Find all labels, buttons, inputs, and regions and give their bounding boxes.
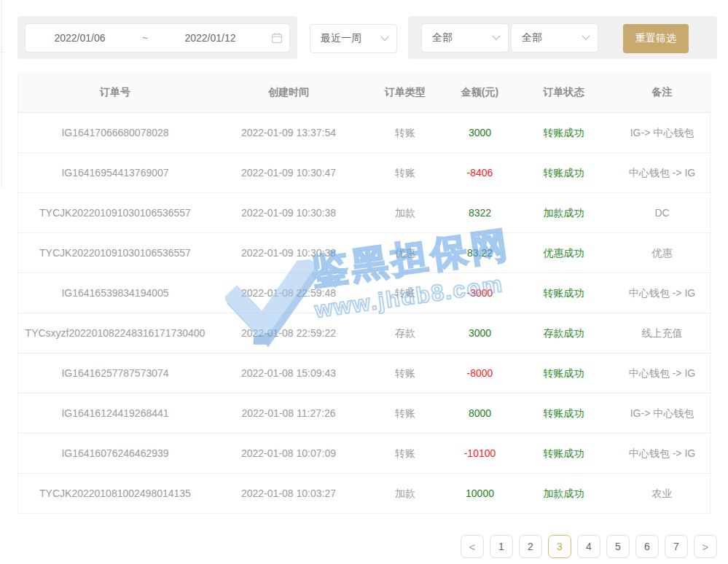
order-type-cell: 转账 <box>365 153 445 193</box>
col-header-created: 创建时间 <box>212 73 365 113</box>
pagination-page-5[interactable]: 5 <box>606 535 630 558</box>
order-table-body: IG164170666800780282022-01-09 13:37:54转账… <box>18 113 711 514</box>
created-time-cell: 2022-01-09 10:30:38 <box>212 233 365 273</box>
created-time-cell: 2022-01-09 13:37:54 <box>212 113 365 153</box>
order-table: 订单号 创建时间 订单类型 金额(元) 订单状态 备注 IG1641706668… <box>18 73 711 514</box>
amount-cell: 83.22 <box>445 233 514 273</box>
pagination-page-3[interactable]: 3 <box>548 535 571 558</box>
order-type-cell: 加款 <box>365 193 445 233</box>
pagination-page-1[interactable]: 1 <box>490 535 513 558</box>
amount-cell: 8000 <box>445 393 514 434</box>
remark-cell: IG-> 中心钱包 <box>613 113 711 153</box>
status-cell: 转账成功 <box>514 153 613 193</box>
order-no-cell: TYCJK202201091030106536557 <box>18 233 212 273</box>
reset-filter-button[interactable]: 重置筛选 <box>623 24 689 53</box>
created-time-cell: 2022-01-09 10:30:38 <box>212 193 365 233</box>
status-cell: 存款成功 <box>514 313 613 353</box>
preset-select-value: 最近一周 <box>321 32 380 45</box>
pagination-page-2[interactable]: 2 <box>519 535 542 558</box>
table-row: TYCJK2022010910301065365572022-01-09 10:… <box>18 233 711 273</box>
remark-cell: IG-> 中心钱包 <box>613 393 711 434</box>
remark-cell: 中心钱包 -> IG <box>613 153 711 193</box>
pagination-page-7[interactable]: 7 <box>665 535 688 558</box>
date-range-picker[interactable]: 2022/01/06 ~ 2022/01/12 <box>25 23 290 52</box>
order-type-cell: 转账 <box>365 434 445 474</box>
remark-cell: DC <box>613 193 711 233</box>
created-time-cell: 2022-01-08 22:59:22 <box>212 313 365 353</box>
page-edge-line <box>1 0 2 188</box>
amount-cell: 8322 <box>445 193 514 233</box>
order-table-card: 订单号 创建时间 订单类型 金额(元) 订单状态 备注 IG1641706668… <box>17 73 711 514</box>
created-time-cell: 2022-01-09 10:30:47 <box>212 153 365 193</box>
table-row: IG164170666800780282022-01-09 13:37:54转账… <box>18 113 711 153</box>
created-time-cell: 2022-01-08 10:03:27 <box>212 474 365 514</box>
table-header-row: 订单号 创建时间 订单类型 金额(元) 订单状态 备注 <box>18 73 711 113</box>
table-row: IG164169544137690072022-01-09 10:30:47转账… <box>18 153 711 193</box>
pagination: <1234567> <box>455 535 717 558</box>
order-type-cell: 转账 <box>365 273 445 313</box>
col-header-remark: 备注 <box>613 73 711 113</box>
created-time-cell: 2022-01-08 10:07:09 <box>212 434 365 474</box>
order-type-cell: 优惠 <box>365 233 445 273</box>
order-no-cell: IG16416124419268441 <box>18 393 212 434</box>
table-row: TYCJK2022010910301065365572022-01-09 10:… <box>18 193 711 233</box>
status-cell: 优惠成功 <box>514 233 613 273</box>
date-start-value[interactable]: 2022/01/06 <box>26 32 134 44</box>
amount-cell: -3000 <box>445 273 514 313</box>
order-type-select[interactable]: 全部 <box>421 23 509 52</box>
remark-cell: 线上充值 <box>613 313 711 353</box>
order-no-cell: IG16417066680078028 <box>18 113 212 153</box>
order-no-cell: TYCJK202201081002498014135 <box>18 474 212 514</box>
order-type-cell: 转账 <box>365 113 445 153</box>
date-range-preset-select[interactable]: 最近一周 <box>310 24 397 53</box>
page-edge-tick <box>0 52 4 52</box>
amount-cell: 10000 <box>445 474 514 514</box>
status-cell: 转账成功 <box>514 434 613 474</box>
status-cell: 转账成功 <box>514 273 613 313</box>
date-end-value[interactable]: 2022/01/12 <box>156 32 265 44</box>
created-time-cell: 2022-01-08 15:09:43 <box>212 353 365 393</box>
amount-cell: -10100 <box>445 434 514 474</box>
remark-cell: 中心钱包 -> IG <box>613 353 711 393</box>
remark-cell: 优惠 <box>613 233 711 273</box>
calendar-icon[interactable] <box>265 32 289 44</box>
table-row: IG164161244192684412022-01-08 11:27:26转账… <box>18 393 711 434</box>
date-range-separator: ~ <box>134 32 156 44</box>
status-cell: 转账成功 <box>514 113 613 153</box>
order-no-cell: TYCJK202201091030106536557 <box>18 193 212 233</box>
order-type-cell: 转账 <box>365 393 445 434</box>
type-select-value: 全部 <box>432 31 492 44</box>
order-type-cell: 加款 <box>365 474 445 514</box>
table-row: IG164160762464629392022-01-08 10:07:09转账… <box>18 434 711 474</box>
order-status-select[interactable]: 全部 <box>511 23 598 52</box>
chevron-down-icon <box>582 35 590 41</box>
order-no-cell: TYCsxyzf202201082248316171730400 <box>18 313 212 353</box>
amount-cell: 3000 <box>445 313 514 353</box>
chevron-down-icon <box>492 35 501 41</box>
status-cell: 转账成功 <box>514 393 613 434</box>
pagination-page-4[interactable]: 4 <box>577 535 600 558</box>
pagination-prev-button[interactable]: < <box>461 535 484 558</box>
order-type-cell: 转账 <box>365 353 445 393</box>
remark-cell: 农业 <box>613 474 711 514</box>
amount-cell: 3000 <box>445 113 514 153</box>
chevron-down-icon <box>380 36 389 42</box>
col-header-order-no: 订单号 <box>18 73 212 113</box>
created-time-cell: 2022-01-08 11:27:26 <box>212 393 365 434</box>
pagination-page-6[interactable]: 6 <box>635 535 659 558</box>
table-row: IG164162577875730742022-01-08 15:09:43转账… <box>18 353 711 393</box>
remark-cell: 中心钱包 -> IG <box>613 273 711 313</box>
pagination-next-button[interactable]: > <box>694 535 717 558</box>
order-no-cell: IG16416257787573074 <box>18 353 212 393</box>
col-header-status: 订单状态 <box>514 73 613 113</box>
status-cell: 转账成功 <box>514 353 613 393</box>
table-row: TYCJK2022010810024980141352022-01-08 10:… <box>18 474 711 514</box>
order-no-cell: IG16416539834194005 <box>18 273 212 313</box>
order-type-cell: 存款 <box>365 313 445 353</box>
remark-cell: 中心钱包 -> IG <box>613 434 711 474</box>
col-header-order-type: 订单类型 <box>365 73 445 113</box>
table-row: IG164165398341940052022-01-08 22:59:48转账… <box>18 273 711 313</box>
col-header-amount: 金额(元) <box>445 73 514 113</box>
amount-cell: -8000 <box>445 353 514 393</box>
status-select-value: 全部 <box>522 31 582 44</box>
